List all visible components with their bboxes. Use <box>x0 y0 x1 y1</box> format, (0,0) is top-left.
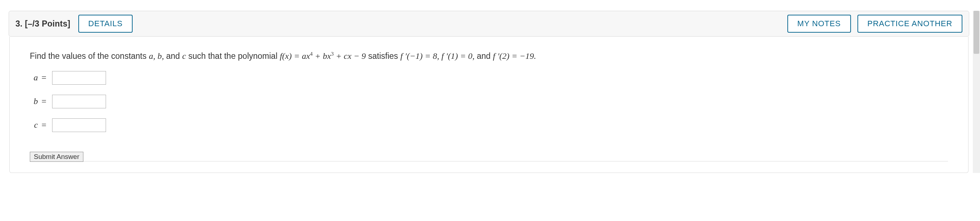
prompt-vars-ab: a, b, <box>149 51 166 61</box>
prompt-exp4: 4 <box>310 51 313 57</box>
answer-label-a: a = <box>30 73 46 82</box>
prompt-var-c: c <box>182 51 186 61</box>
my-notes-button[interactable]: MY NOTES <box>788 15 851 33</box>
prompt-cond3: f ′(2) = −19. <box>493 51 536 61</box>
answer-row-a: a = <box>30 71 948 85</box>
practice-another-button[interactable]: PRACTICE ANOTHER <box>858 15 963 33</box>
answer-label-c: c = <box>30 120 46 130</box>
prompt-pluscx: + cx − 9 <box>334 51 366 61</box>
prompt-plusbx: + bx <box>313 51 331 61</box>
eq-sign-a: = <box>38 73 46 82</box>
prompt-and: and <box>166 51 182 61</box>
header-right-group: MY NOTES PRACTICE ANOTHER <box>788 15 963 33</box>
question-prompt: Find the values of the constants a, b, a… <box>30 51 948 61</box>
details-button[interactable]: DETAILS <box>78 15 133 33</box>
label-a-text: a <box>33 73 38 82</box>
header-left-group: 3. [–/3 Points] DETAILS <box>16 15 133 33</box>
scrollbar-thumb[interactable] <box>974 11 979 54</box>
eq-sign-c: = <box>38 120 46 129</box>
prompt-fx: f(x) = ax <box>280 51 310 61</box>
question-body: Find the values of the constants a, b, a… <box>10 36 969 173</box>
submit-divider <box>83 161 948 161</box>
prompt-such: such that the polynomial <box>186 51 280 61</box>
answer-label-b: b = <box>30 96 46 106</box>
eq-sign-b: = <box>38 96 46 106</box>
prompt-satisfies: satisfies <box>366 51 400 61</box>
label-c-text: c <box>34 120 38 129</box>
answer-row-b: b = <box>30 95 948 108</box>
submit-area: Submit Answer <box>30 152 948 162</box>
answer-row-c: c = <box>30 118 948 132</box>
submit-answer-button[interactable]: Submit Answer <box>30 152 83 162</box>
question-number: 3. [–/3 Points] <box>16 19 70 29</box>
prompt-and2: and <box>474 51 493 61</box>
question-header: 3. [–/3 Points] DETAILS MY NOTES PRACTIC… <box>9 11 969 36</box>
label-b-text: b <box>33 96 38 106</box>
answer-input-a[interactable] <box>52 71 106 85</box>
answer-input-b[interactable] <box>52 95 106 108</box>
window-scrollbar[interactable] <box>973 11 980 173</box>
answer-input-c[interactable] <box>52 118 106 132</box>
answer-group: a = b = c = <box>30 71 948 132</box>
prompt-lead: Find the values of the constants <box>30 51 149 61</box>
prompt-cond12: f ′(−1) = 8, f ′(1) = 0, <box>400 51 474 61</box>
